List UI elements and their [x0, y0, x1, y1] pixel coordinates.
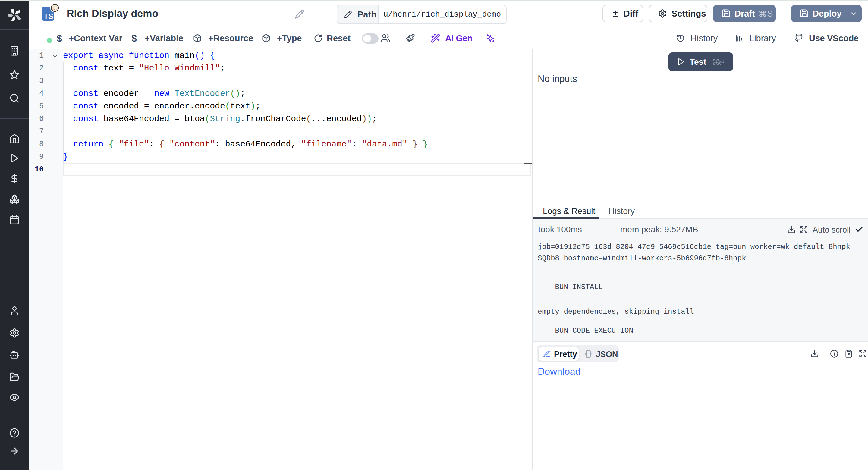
svg-text:TS: TS — [44, 12, 53, 21]
